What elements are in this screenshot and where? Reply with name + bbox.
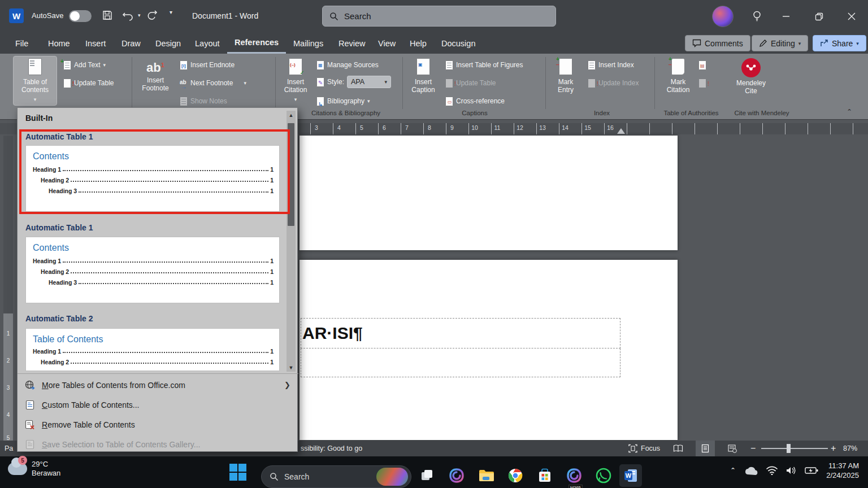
redo-icon[interactable] (146, 10, 158, 21)
web-layout-button[interactable] (723, 441, 742, 456)
menu-item-save-selection[interactable]: Save Selection to Table of Contents Gall… (18, 434, 298, 454)
tab-view[interactable]: View (371, 33, 403, 54)
vertical-ruler[interactable]: 1 2 3 4 5 (3, 136, 13, 441)
update-index-button[interactable]: ! Update Index (588, 76, 639, 90)
tab-mailings[interactable]: Mailings (286, 33, 331, 54)
editing-dropdown[interactable]: Editing▾ (752, 35, 808, 51)
toggle-track[interactable] (69, 10, 92, 22)
insert-endnote-button[interactable]: [i] Insert Endnote (180, 58, 235, 72)
page-status-fragment[interactable]: Pa (5, 441, 13, 456)
minimize-button[interactable] (773, 0, 799, 33)
zoom-slider-thumb[interactable] (787, 444, 791, 453)
tab-docusign[interactable]: Docusign (434, 33, 483, 54)
update-table-of-authorities-button[interactable]: ! (698, 76, 706, 90)
menu-item-more-tables[interactable]: More Tables of Contents from Office.com … (18, 375, 298, 395)
word-taskbar-icon[interactable]: W (619, 464, 642, 487)
update-table-button[interactable]: ! Update Table (63, 76, 114, 90)
share-button[interactable]: Share▾ (813, 35, 866, 51)
restore-button[interactable] (806, 0, 832, 33)
gallery-item-automatic-table-2[interactable]: Table of Contents Heading 11 Heading 21 (25, 328, 280, 371)
update-table-captions-button[interactable]: ! Update Table (445, 76, 496, 90)
comments-button[interactable]: Comments (685, 35, 750, 51)
mendeley-cite-button[interactable]: Mendeley Cite (732, 56, 770, 97)
scroll-down-icon[interactable]: ▼ (287, 363, 296, 372)
zoom-in-button[interactable]: + (831, 441, 836, 456)
insert-table-of-authorities-button[interactable]: ▤ (698, 58, 706, 72)
right-indent-marker[interactable] (617, 128, 625, 134)
volume-icon[interactable] (785, 466, 797, 475)
wifi-icon[interactable] (766, 466, 778, 475)
weather-widget[interactable]: 5 29°C Berawan (8, 460, 60, 478)
next-footnote-button[interactable]: ab→ Next Footnote▾ (180, 76, 246, 90)
show-notes-button[interactable]: Show Notes (180, 94, 227, 108)
menu-item-custom-toc[interactable]: Custom Table of Contents... (18, 395, 298, 415)
read-mode-button[interactable] (669, 441, 688, 456)
task-view-button[interactable] (416, 464, 439, 487)
tab-home[interactable]: Home (41, 33, 77, 54)
document-table[interactable]: AR·ISI¶ (301, 318, 620, 377)
tab-layout[interactable]: Layout (188, 33, 227, 54)
cross-reference-button[interactable]: ▭ Cross-reference (445, 94, 505, 108)
document-page-2[interactable]: AR·ISI¶ (300, 260, 678, 440)
tab-references[interactable]: References (227, 33, 286, 54)
accessibility-status[interactable]: ssibility: Good to go (301, 441, 362, 456)
save-icon[interactable] (102, 10, 113, 21)
insert-index-button[interactable]: Insert Index (588, 58, 634, 72)
onedrive-icon[interactable] (744, 466, 758, 476)
chrome-icon[interactable] (504, 464, 527, 487)
tab-file[interactable]: File (8, 33, 36, 54)
style-dropdown[interactable]: APA▾ (347, 76, 391, 88)
search-highlight-image[interactable] (376, 468, 408, 486)
customize-quick-access-icon[interactable]: ▾ (170, 9, 172, 15)
focus-button[interactable]: Focus (628, 441, 660, 456)
undo-icon[interactable]: ▾ (122, 10, 141, 21)
lightbulb-icon[interactable] (744, 0, 770, 33)
zoom-out-button[interactable]: − (750, 441, 756, 456)
tab-review[interactable]: Review (331, 33, 373, 54)
hidden-icons-chevron[interactable]: ⌃ (730, 467, 736, 474)
autosave-toggle[interactable] (69, 10, 92, 22)
document-page-1[interactable] (300, 136, 678, 250)
insert-footnote-button[interactable]: ab1 Insert Footnote (137, 56, 173, 94)
gallery-scrollbar[interactable]: ▲ ▼ (287, 111, 296, 372)
bibliography-button[interactable]: ↳ Bibliography▾ (316, 94, 370, 108)
insert-table-of-figures-button[interactable]: Insert Table of Figures (445, 58, 523, 72)
manage-sources-icon: ▦ (316, 60, 324, 70)
tab-draw[interactable]: Draw (114, 33, 148, 54)
m365-copilot-icon[interactable]: M365 (563, 464, 585, 487)
gallery-item-automatic-table-1b[interactable]: Contents Heading 11 Heading 21 Heading 3… (25, 237, 280, 303)
mark-citation-button[interactable]: +– Mark Citation (660, 56, 696, 95)
zoom-slider-track[interactable] (761, 448, 828, 449)
table-cell-empty[interactable] (301, 348, 620, 377)
tab-help[interactable]: Help (402, 33, 434, 54)
clock[interactable]: 11:37 AM 2/24/2025 (826, 461, 859, 480)
taskbar-search[interactable]: Search (261, 465, 411, 488)
manage-sources-button[interactable]: ▦ Manage Sources (316, 58, 379, 72)
add-text-button[interactable]: + Add Text▾ (63, 58, 106, 72)
file-explorer-icon[interactable] (475, 464, 497, 487)
tab-design[interactable]: Design (148, 33, 188, 54)
undo-chevron-icon[interactable]: ▾ (138, 12, 141, 18)
battery-icon[interactable] (805, 467, 818, 474)
whatsapp-icon[interactable] (592, 464, 615, 487)
insert-citation-button[interactable]: (–)✓ Insert Citation▾ (280, 56, 311, 105)
table-of-contents-button[interactable]: Table of Contents▾ (14, 56, 57, 105)
start-button[interactable] (229, 463, 247, 481)
menu-item-remove-toc[interactable]: Remove Table of Contents (18, 415, 298, 434)
tab-insert[interactable]: Insert (78, 33, 113, 54)
copilot-icon[interactable] (445, 464, 468, 487)
collapse-ribbon-icon[interactable]: ⌃ (847, 108, 852, 116)
microsoft-store-icon[interactable] (533, 464, 556, 487)
insert-caption-button[interactable]: ▣ Insert Caption (407, 56, 440, 95)
zoom-percentage[interactable]: 87% (843, 441, 857, 456)
close-button[interactable] (839, 0, 865, 33)
search-box[interactable]: Search (322, 6, 556, 27)
table-cell-title[interactable]: AR·ISI¶ (301, 318, 620, 348)
mark-entry-button[interactable]: +– Mark Entry (551, 56, 580, 95)
gallery-item-automatic-table-1[interactable]: Contents Heading 11 Heading 21 Heading 3… (25, 145, 280, 212)
scroll-up-icon[interactable]: ▲ (287, 111, 296, 119)
style-selector[interactable]: ✎ Style: APA▾ (316, 75, 391, 89)
avatar[interactable] (712, 6, 734, 27)
scrollbar-thumb[interactable] (288, 123, 294, 226)
print-layout-button[interactable] (696, 441, 715, 456)
